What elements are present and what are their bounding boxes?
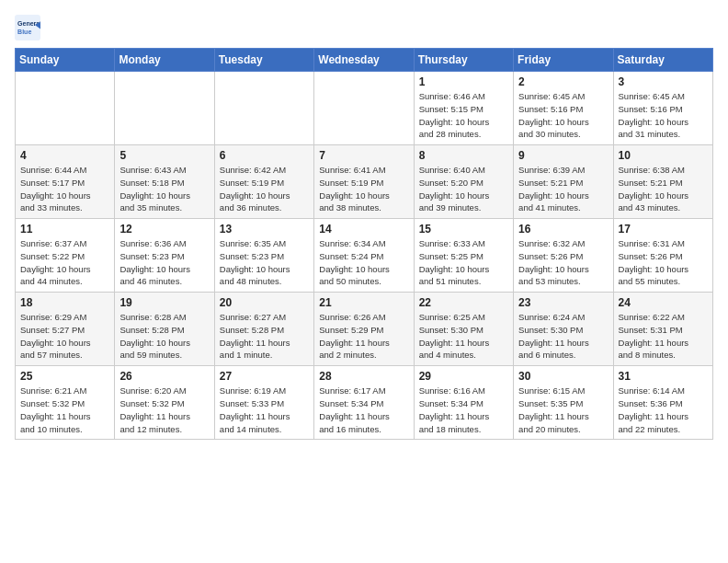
calendar-cell: 22Sunrise: 6:25 AM Sunset: 5:30 PM Dayli…: [414, 293, 513, 366]
calendar-cell: 24Sunrise: 6:22 AM Sunset: 5:31 PM Dayli…: [613, 293, 712, 366]
calendar-cell: 4Sunrise: 6:44 AM Sunset: 5:17 PM Daylig…: [16, 145, 115, 219]
day-info: Sunrise: 6:25 AM Sunset: 5:30 PM Dayligh…: [419, 311, 508, 362]
calendar-cell: 12Sunrise: 6:36 AM Sunset: 5:23 PM Dayli…: [115, 219, 214, 293]
day-number: 9: [518, 149, 608, 162]
day-info: Sunrise: 6:24 AM Sunset: 5:30 PM Dayligh…: [518, 311, 608, 362]
day-number: 1: [419, 75, 508, 88]
calendar-cell: 20Sunrise: 6:27 AM Sunset: 5:28 PM Dayli…: [214, 293, 313, 366]
header-sunday: Sunday: [16, 49, 115, 72]
day-info: Sunrise: 6:20 AM Sunset: 5:32 PM Dayligh…: [119, 385, 209, 435]
day-info: Sunrise: 6:36 AM Sunset: 5:23 PM Dayligh…: [119, 237, 209, 288]
day-number: 3: [619, 75, 708, 88]
day-info: Sunrise: 6:29 AM Sunset: 5:27 PM Dayligh…: [20, 311, 109, 362]
day-number: 16: [518, 223, 608, 236]
calendar-table: SundayMondayTuesdayWednesdayThursdayFrid…: [15, 48, 713, 440]
day-number: 20: [220, 296, 309, 309]
day-number: 23: [518, 296, 608, 309]
day-info: Sunrise: 6:33 AM Sunset: 5:25 PM Dayligh…: [419, 237, 508, 288]
calendar-cell: 26Sunrise: 6:20 AM Sunset: 5:32 PM Dayli…: [115, 366, 214, 440]
svg-rect-0: [15, 15, 40, 40]
day-number: 10: [619, 149, 708, 162]
calendar-cell: 30Sunrise: 6:15 AM Sunset: 5:35 PM Dayli…: [514, 366, 613, 440]
day-info: Sunrise: 6:35 AM Sunset: 5:23 PM Dayligh…: [220, 237, 309, 288]
day-info: Sunrise: 6:26 AM Sunset: 5:29 PM Dayligh…: [319, 311, 408, 362]
day-number: 6: [220, 149, 309, 162]
day-number: 18: [20, 296, 109, 309]
day-number: 24: [619, 296, 708, 309]
day-number: 7: [319, 149, 408, 162]
day-number: 31: [619, 370, 708, 383]
day-number: 14: [319, 223, 408, 236]
header-thursday: Thursday: [414, 49, 513, 72]
day-number: 29: [419, 370, 508, 383]
calendar-cell: 14Sunrise: 6:34 AM Sunset: 5:24 PM Dayli…: [314, 219, 414, 293]
day-info: Sunrise: 6:32 AM Sunset: 5:26 PM Dayligh…: [518, 237, 608, 288]
day-number: 26: [119, 370, 209, 383]
header-friday: Friday: [514, 49, 613, 72]
day-info: Sunrise: 6:16 AM Sunset: 5:34 PM Dayligh…: [419, 385, 508, 435]
calendar-cell: [214, 72, 313, 145]
day-info: Sunrise: 6:42 AM Sunset: 5:19 PM Dayligh…: [220, 164, 309, 214]
day-number: 30: [518, 370, 608, 383]
calendar-cell: 25Sunrise: 6:21 AM Sunset: 5:32 PM Dayli…: [16, 366, 115, 440]
calendar-cell: 13Sunrise: 6:35 AM Sunset: 5:23 PM Dayli…: [214, 219, 313, 293]
day-number: 27: [220, 370, 309, 383]
day-info: Sunrise: 6:19 AM Sunset: 5:33 PM Dayligh…: [220, 385, 309, 435]
day-number: 8: [419, 149, 508, 162]
day-number: 22: [419, 296, 508, 309]
day-info: Sunrise: 6:41 AM Sunset: 5:19 PM Dayligh…: [319, 164, 408, 214]
day-number: 25: [20, 370, 109, 383]
calendar-cell: 16Sunrise: 6:32 AM Sunset: 5:26 PM Dayli…: [514, 219, 613, 293]
day-info: Sunrise: 6:34 AM Sunset: 5:24 PM Dayligh…: [319, 237, 408, 288]
svg-text:Blue: Blue: [17, 29, 31, 35]
day-info: Sunrise: 6:31 AM Sunset: 5:26 PM Dayligh…: [619, 237, 708, 288]
calendar-cell: 21Sunrise: 6:26 AM Sunset: 5:29 PM Dayli…: [314, 293, 414, 366]
header-saturday: Saturday: [613, 49, 712, 72]
calendar-cell: 29Sunrise: 6:16 AM Sunset: 5:34 PM Dayli…: [414, 366, 513, 440]
day-number: 15: [419, 223, 508, 236]
day-info: Sunrise: 6:17 AM Sunset: 5:34 PM Dayligh…: [319, 385, 408, 435]
calendar-cell: 18Sunrise: 6:29 AM Sunset: 5:27 PM Dayli…: [16, 293, 115, 366]
calendar-cell: 15Sunrise: 6:33 AM Sunset: 5:25 PM Dayli…: [414, 219, 513, 293]
calendar-cell: [115, 72, 214, 145]
day-info: Sunrise: 6:28 AM Sunset: 5:28 PM Dayligh…: [119, 311, 209, 362]
day-info: Sunrise: 6:27 AM Sunset: 5:28 PM Dayligh…: [220, 311, 309, 362]
calendar-cell: 28Sunrise: 6:17 AM Sunset: 5:34 PM Dayli…: [314, 366, 414, 440]
day-info: Sunrise: 6:14 AM Sunset: 5:36 PM Dayligh…: [619, 385, 708, 435]
day-info: Sunrise: 6:46 AM Sunset: 5:15 PM Dayligh…: [419, 90, 508, 141]
header-tuesday: Tuesday: [214, 49, 313, 72]
calendar-cell: 7Sunrise: 6:41 AM Sunset: 5:19 PM Daylig…: [314, 145, 414, 219]
day-info: Sunrise: 6:15 AM Sunset: 5:35 PM Dayligh…: [518, 385, 608, 435]
header-monday: Monday: [115, 49, 214, 72]
calendar-cell: 11Sunrise: 6:37 AM Sunset: 5:22 PM Dayli…: [16, 219, 115, 293]
day-number: 5: [119, 149, 209, 162]
logo: General Blue: [15, 15, 44, 40]
day-number: 12: [119, 223, 209, 236]
day-number: 19: [119, 296, 209, 309]
day-number: 2: [518, 75, 608, 88]
day-info: Sunrise: 6:22 AM Sunset: 5:31 PM Dayligh…: [619, 311, 708, 362]
calendar-cell: 10Sunrise: 6:38 AM Sunset: 5:21 PM Dayli…: [613, 145, 712, 219]
header-wednesday: Wednesday: [314, 49, 414, 72]
day-number: 4: [20, 149, 109, 162]
day-info: Sunrise: 6:40 AM Sunset: 5:20 PM Dayligh…: [419, 164, 508, 214]
day-info: Sunrise: 6:38 AM Sunset: 5:21 PM Dayligh…: [619, 164, 708, 214]
day-number: 28: [319, 370, 408, 383]
day-info: Sunrise: 6:37 AM Sunset: 5:22 PM Dayligh…: [20, 237, 109, 288]
calendar-cell: 2Sunrise: 6:45 AM Sunset: 5:16 PM Daylig…: [514, 72, 613, 145]
day-info: Sunrise: 6:45 AM Sunset: 5:16 PM Dayligh…: [518, 90, 608, 141]
calendar-cell: 23Sunrise: 6:24 AM Sunset: 5:30 PM Dayli…: [514, 293, 613, 366]
calendar-cell: 9Sunrise: 6:39 AM Sunset: 5:21 PM Daylig…: [514, 145, 613, 219]
logo-icon: General Blue: [15, 15, 40, 40]
day-info: Sunrise: 6:21 AM Sunset: 5:32 PM Dayligh…: [20, 385, 109, 435]
calendar-cell: 3Sunrise: 6:45 AM Sunset: 5:16 PM Daylig…: [613, 72, 712, 145]
calendar-cell: [16, 72, 115, 145]
calendar-cell: 31Sunrise: 6:14 AM Sunset: 5:36 PM Dayli…: [613, 366, 712, 440]
day-number: 21: [319, 296, 408, 309]
day-info: Sunrise: 6:44 AM Sunset: 5:17 PM Dayligh…: [20, 164, 109, 214]
day-info: Sunrise: 6:39 AM Sunset: 5:21 PM Dayligh…: [518, 164, 608, 214]
calendar-cell: 6Sunrise: 6:42 AM Sunset: 5:19 PM Daylig…: [214, 145, 313, 219]
calendar-cell: 8Sunrise: 6:40 AM Sunset: 5:20 PM Daylig…: [414, 145, 513, 219]
day-number: 11: [20, 223, 109, 236]
calendar-cell: 19Sunrise: 6:28 AM Sunset: 5:28 PM Dayli…: [115, 293, 214, 366]
